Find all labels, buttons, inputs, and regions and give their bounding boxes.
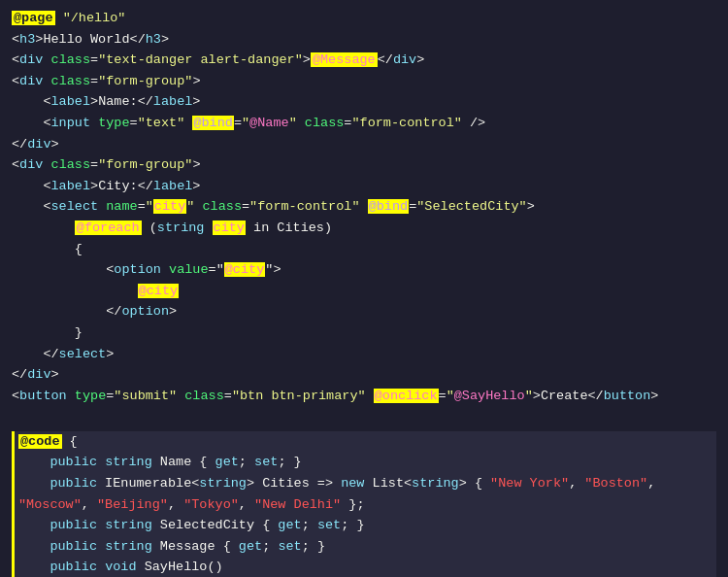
line-blank — [12, 406, 716, 427]
line-4: <div class="form-group"> — [12, 71, 716, 92]
line-19: <button type="submit" class="btn btn-pri… — [12, 386, 716, 407]
line-11: @foreach (string city in Cities) — [12, 218, 716, 239]
code-block: @code { public string Name { get; set; }… — [12, 431, 716, 577]
line-cities-prop: public IEnumerable<string> Cities => new… — [18, 473, 716, 494]
line-1: @page "/hello" — [12, 8, 716, 29]
code-editor: @page "/hello" <h3>Hello World</h3> <div… — [0, 0, 728, 577]
line-message-prop: public string Message { get; set; } — [18, 536, 716, 558]
at-foreach: @foreach — [75, 221, 142, 235]
city-var: city — [213, 221, 246, 235]
line-15: </option> — [12, 301, 716, 322]
at-message: @Message — [311, 52, 378, 67]
at-onclick: @onclick — [374, 389, 439, 403]
line-3: <div class="text-danger alert-danger">@M… — [12, 50, 716, 71]
line-cities-cont: "Moscow", "Beijing", "Tokyo", "New Delhi… — [18, 494, 716, 516]
line-sayhello-method: public void SayHello() — [18, 557, 716, 577]
line-8: <div class="form-group"> — [12, 154, 716, 176]
line-16: } — [12, 322, 716, 344]
at-bind-name: @bind — [192, 116, 234, 130]
line-12: { — [12, 239, 716, 260]
at-city-value: @city — [224, 262, 266, 277]
line-18: </div> — [12, 364, 716, 386]
at-bind-city: @bind — [368, 199, 410, 214]
line-code: @code { — [18, 431, 716, 453]
line-14: @city — [12, 281, 716, 302]
at-city-text: @city — [138, 284, 180, 298]
line-5: <label>Name:</label> — [12, 91, 716, 113]
line-17: </select> — [12, 344, 716, 365]
line-selectedcity-prop: public string SelectedCity { get; set; } — [18, 515, 716, 536]
page-directive: @page — [12, 11, 55, 25]
line-name-prop: public string Name { get; set; } — [18, 452, 716, 473]
line-9: <label>City:</label> — [12, 176, 716, 197]
line-7: </div> — [12, 134, 716, 155]
line-2: <h3>Hello World</h3> — [12, 29, 716, 51]
line-10: <select name="city" class="form-control"… — [12, 196, 716, 218]
at-code: @code — [18, 434, 62, 449]
line-6: <input type="text" @bind="@Name" class="… — [12, 113, 716, 134]
city-name-attr: city — [153, 199, 186, 214]
line-13: <option value="@city"> — [12, 259, 716, 281]
